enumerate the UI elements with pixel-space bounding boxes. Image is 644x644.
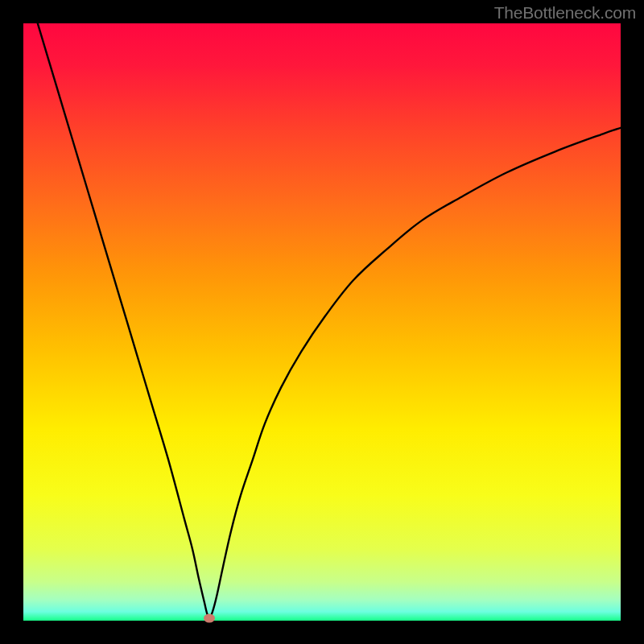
optimal-point-marker xyxy=(204,614,215,623)
watermark-text: TheBottleneck.com xyxy=(494,3,636,23)
chart-frame xyxy=(23,23,621,621)
bottleneck-curve xyxy=(23,23,621,621)
plot-area xyxy=(23,23,621,621)
